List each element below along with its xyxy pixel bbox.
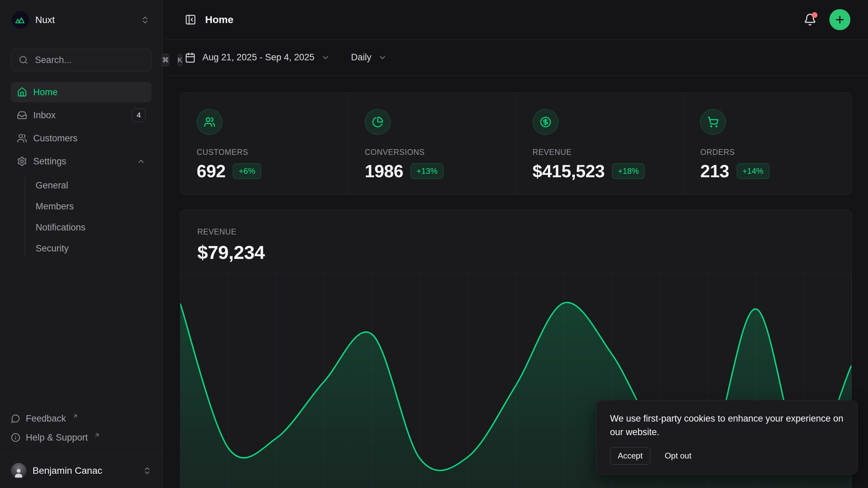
revenue-chart-label: REVENUE (197, 227, 851, 237)
sidebar-item-label: Inbox (33, 110, 56, 121)
panel-collapse-icon[interactable] (185, 14, 196, 25)
external-link-icon (94, 432, 100, 438)
stat-delta-badge: +6% (233, 163, 261, 179)
search-input-wrapper[interactable]: ⌘ K (11, 49, 152, 71)
cookie-actions: Accept Opt out (610, 447, 844, 465)
stat-delta-badge: +14% (737, 163, 769, 179)
help-support-label: Help & Support (26, 432, 88, 443)
calendar-icon (185, 52, 196, 63)
gear-icon (17, 156, 27, 166)
sidebar-item-settings[interactable]: Settings (11, 151, 152, 171)
sidebar-spacer (11, 259, 152, 409)
inbox-count-badge: 4 (132, 108, 145, 122)
topbar-actions (804, 9, 850, 30)
stats-row: CUSTOMERS 692 +6% CONVERSIONS 1986 +13% (180, 93, 852, 195)
page-title: Home (205, 14, 233, 25)
house-icon (17, 87, 27, 97)
workspace-name: Nuxt (35, 15, 135, 25)
search-input[interactable] (34, 55, 156, 66)
app-window: Nuxt ⌘ K Home Inb (0, 0, 868, 488)
stat-value: 692 (197, 161, 225, 181)
avatar (11, 463, 26, 479)
sidebar-item-label: Home (33, 87, 58, 98)
granularity-select[interactable]: Daily (351, 52, 387, 63)
topbar: Home (163, 0, 868, 40)
revenue-chart-header: REVENUE $79,234 (180, 210, 851, 263)
sidebar-item-inbox[interactable]: Inbox 4 (11, 105, 152, 125)
stat-delta-badge: +13% (411, 163, 443, 179)
stat-value: $415,523 (533, 161, 605, 181)
opt-out-button[interactable]: Opt out (665, 451, 691, 461)
sidebar-item-label: Settings (33, 156, 66, 167)
chevron-down-icon (378, 53, 387, 62)
cookie-consent-toast: We use first-party cookies to enhance yo… (596, 400, 858, 474)
workspace-switcher[interactable]: Nuxt (11, 9, 152, 30)
stat-customers[interactable]: CUSTOMERS 692 +6% (180, 93, 348, 194)
chevron-down-icon (321, 53, 330, 62)
users-icon (17, 133, 27, 143)
date-range-label: Aug 21, 2025 - Sep 4, 2025 (202, 52, 314, 63)
date-range-picker[interactable]: Aug 21, 2025 - Sep 4, 2025 (185, 52, 330, 63)
stat-revenue[interactable]: REVENUE $415,523 +18% (516, 93, 684, 194)
inbox-icon (17, 110, 27, 120)
chevron-up-icon (137, 157, 145, 166)
users-icon (197, 109, 222, 135)
stat-delta-badge: +18% (612, 163, 645, 179)
cookie-message: We use first-party cookies to enhance yo… (610, 412, 844, 439)
accept-button[interactable]: Accept (610, 447, 650, 465)
sidebar-item-notifications[interactable]: Notifications (36, 217, 152, 238)
toolbar: Aug 21, 2025 - Sep 4, 2025 Daily (163, 40, 868, 76)
sidebar-item-general[interactable]: General (36, 175, 152, 196)
sidebar-item-members[interactable]: Members (36, 196, 152, 217)
chevrons-up-down-icon (143, 466, 152, 475)
notification-dot (812, 12, 817, 18)
chevrons-up-down-icon (141, 16, 150, 24)
settings-submenu: General Members Notifications Security (11, 175, 152, 259)
help-support-link[interactable]: Help & Support (11, 428, 152, 447)
feedback-label: Feedback (26, 413, 66, 424)
user-menu[interactable]: Benjamin Canac (11, 460, 152, 482)
sidebar-item-security[interactable]: Security (36, 238, 152, 259)
granularity-label: Daily (351, 52, 371, 63)
stat-value: 213 (700, 161, 729, 181)
user-section: Benjamin Canac (0, 454, 162, 488)
pie-chart-icon (365, 109, 391, 135)
add-button[interactable] (829, 9, 850, 30)
stat-value: 1986 (365, 161, 403, 181)
stat-label: REVENUE (533, 148, 684, 157)
shopping-cart-icon (700, 109, 726, 135)
search-icon (19, 55, 28, 65)
message-circle-icon (11, 414, 20, 423)
notifications-button[interactable] (804, 13, 816, 26)
external-link-icon (72, 413, 78, 419)
revenue-chart-value: $79,234 (197, 241, 851, 263)
stat-conversions[interactable]: CONVERSIONS 1986 +13% (348, 93, 516, 194)
stat-label: CUSTOMERS (197, 148, 348, 157)
dollar-circle-icon (533, 109, 558, 135)
stat-orders[interactable]: ORDERS 213 +14% (684, 93, 851, 194)
sidebar-item-customers[interactable]: Customers (11, 128, 152, 148)
feedback-link[interactable]: Feedback (11, 409, 152, 428)
sidebar: Nuxt ⌘ K Home Inb (0, 0, 163, 488)
stat-label: ORDERS (700, 148, 851, 157)
info-icon (11, 433, 20, 442)
stat-label: CONVERSIONS (365, 148, 516, 157)
sidebar-item-home[interactable]: Home (11, 82, 152, 102)
nuxt-logo-icon (12, 11, 29, 29)
user-name: Benjamin Canac (33, 465, 137, 476)
sidebar-nav: Home Inbox 4 Customers Settings (11, 82, 152, 259)
sidebar-item-label: Customers (33, 133, 78, 144)
